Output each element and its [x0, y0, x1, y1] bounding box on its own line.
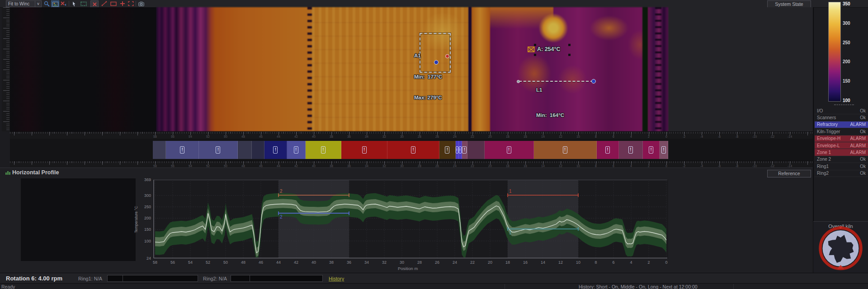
x-tick-label: 2: [644, 260, 654, 265]
alarm-icon: !: [628, 146, 633, 154]
line-id: L1: [536, 86, 564, 94]
zone-segment[interactable]: !: [306, 141, 342, 159]
status-value: Ok: [860, 171, 866, 176]
status-row[interactable]: RefractoryALARM: [815, 121, 868, 128]
ruler-label: 22: [468, 164, 476, 168]
ruler-label: -10: [750, 164, 759, 168]
status-value: Ok: [860, 129, 866, 134]
spot-label[interactable]: A: 254°C: [528, 46, 561, 52]
cursor-icon[interactable]: [71, 0, 78, 7]
selection-handle[interactable]: [534, 44, 536, 46]
scale-tick-label: 250: [843, 40, 858, 45]
status-row[interactable]: Ring2Ok: [815, 170, 868, 177]
zone-segment[interactable]: !: [462, 141, 468, 159]
status-row[interactable]: Envelope-HALARM: [815, 135, 868, 142]
snapshot-icon[interactable]: [137, 0, 145, 7]
kiln-scanner-app: Fit to Winc v: [0, 0, 868, 289]
zoom-icon[interactable]: [43, 0, 50, 7]
min-temp-marker[interactable]: [434, 60, 439, 65]
zone-segment[interactable]: !: [660, 141, 668, 159]
status-bar: Ready History: Short - On, Middle - On, …: [0, 283, 868, 289]
x-tick-label: 42: [291, 260, 301, 265]
ruler-label: 12: [557, 135, 565, 138]
panel-drag-handle[interactable]: [834, 104, 854, 105]
marquee-icon[interactable]: [80, 0, 87, 7]
system-state-button[interactable]: System State: [767, 0, 811, 8]
reference-button[interactable]: Reference: [767, 170, 811, 177]
x-tick-label: 16: [520, 260, 530, 265]
ruler-label: 14: [539, 164, 547, 168]
area-min: Min: 177°C: [414, 74, 442, 81]
y-tick-label: 250: [137, 205, 151, 209]
selection-handle[interactable]: [534, 54, 536, 56]
line-endpoint[interactable]: [517, 80, 520, 83]
selection-handle[interactable]: [568, 44, 571, 46]
status-row[interactable]: Kiln-TriggerOk: [815, 128, 868, 135]
zone-segment[interactable]: !: [199, 141, 237, 159]
ring1-gauge-large: [123, 275, 198, 282]
x-tick-label: 30: [397, 260, 407, 265]
zone-segment[interactable]: [153, 141, 166, 159]
line-tool-icon[interactable]: [100, 0, 108, 7]
history-link[interactable]: History: [329, 276, 344, 281]
zone-segment[interactable]: [467, 141, 484, 159]
ruler-label: 58: [151, 164, 159, 168]
ring2-label: Ring2: N/A: [203, 276, 227, 281]
x-tick-label: 34: [362, 260, 372, 265]
x-tick-label: 0: [661, 260, 671, 265]
line-endpoint[interactable]: [591, 79, 596, 84]
zone-segment[interactable]: [238, 141, 252, 159]
ruler-label: 48: [239, 135, 247, 138]
thermal-image-viewport[interactable]: [10, 7, 813, 131]
zone-segment[interactable]: !: [619, 141, 643, 159]
delete-measure-icon[interactable]: [90, 0, 99, 8]
view-mode-dropdown-button[interactable]: v: [35, 0, 42, 7]
ruler-label: 8: [592, 164, 600, 168]
image-icon[interactable]: [51, 0, 59, 8]
zone-segment[interactable]: !: [287, 141, 306, 159]
view-mode-select[interactable]: Fit to Winc: [6, 0, 37, 7]
clear-zoom-icon[interactable]: [60, 0, 67, 7]
x-tick-label: 26: [432, 260, 442, 265]
ruler-label: -2: [680, 135, 688, 138]
status-row[interactable]: ScannersOk: [815, 114, 868, 121]
ruler-label: 36: [345, 135, 353, 138]
zone-segment[interactable]: !: [166, 141, 199, 159]
view-mode-value: Fit to Winc: [8, 1, 29, 6]
zone-segment[interactable]: [252, 141, 264, 159]
profile-chart[interactable]: 2211: [153, 180, 668, 259]
zone-segment[interactable]: !: [643, 141, 660, 159]
zone-segment[interactable]: !: [456, 141, 459, 159]
selection-handle[interactable]: [568, 54, 571, 56]
point-tool-icon[interactable]: [119, 0, 126, 7]
x-tick-label: 24: [450, 260, 460, 265]
ruler-label: 40: [310, 135, 318, 138]
zone-segment[interactable]: !: [341, 141, 387, 159]
zone-segment[interactable]: !: [459, 141, 462, 159]
alarm-icon: !: [456, 146, 458, 154]
status-row[interactable]: I/OOk: [815, 107, 868, 114]
alarm-icon: !: [180, 146, 184, 154]
zone-segment[interactable]: !: [439, 141, 455, 159]
status-row[interactable]: Envelope-LALARM: [815, 142, 868, 149]
ruler-label: 20: [486, 164, 494, 168]
alarm-icon: !: [459, 146, 462, 154]
zone-segment[interactable]: !: [264, 141, 287, 159]
status-row[interactable]: Ring1Ok: [815, 163, 868, 170]
y-tick-label: 369: [137, 177, 151, 182]
zone-segment[interactable]: !: [485, 141, 534, 159]
scale-tick-label: 200: [843, 59, 858, 64]
ruler-label: 42: [292, 135, 300, 138]
profile-legend-area[interactable]: [21, 178, 136, 261]
zone-segment[interactable]: !: [597, 141, 619, 159]
roi-tool-icon[interactable]: [127, 0, 134, 7]
zone-segment[interactable]: !: [387, 141, 439, 159]
area-tool-icon[interactable]: [110, 0, 117, 7]
scale-tick-label: 300: [843, 21, 858, 26]
chart-icon: [5, 171, 11, 175]
status-value: ALARM: [850, 150, 866, 155]
temperature-color-scale[interactable]: [828, 2, 841, 102]
status-row[interactable]: Zone 2Ok: [815, 156, 868, 163]
status-row[interactable]: Zone 1ALARM: [815, 149, 868, 156]
zone-segment[interactable]: !: [534, 141, 597, 159]
